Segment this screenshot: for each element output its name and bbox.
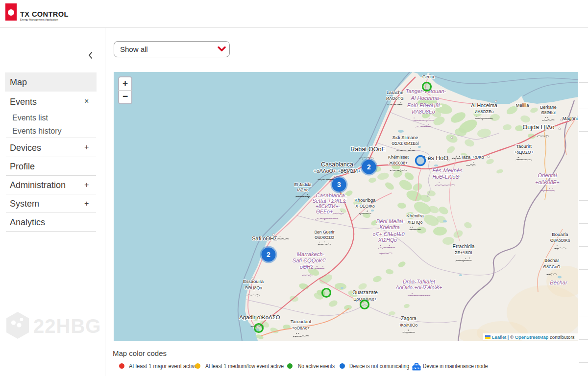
svg-text:Marrakech-: Marrakech- <box>297 251 325 257</box>
svg-text:Safi ЄQQoКϚ: Safi ЄQQoКϚ <box>293 258 327 263</box>
svg-text:22HBG: 22HBG <box>33 315 100 337</box>
svg-text:Béchar: Béchar <box>544 258 559 263</box>
svg-text:Melilla: Melilla <box>516 102 530 108</box>
svg-text:Larache: Larache <box>387 90 403 95</box>
svg-text:oϚ+ ЄІЊoЊ0: oϚ+ ЄІЊoЊ0 <box>372 231 404 237</box>
svg-text:Safi oΘΗΣ: Safi oΘΗΣ <box>252 235 277 241</box>
svg-text:oΘΗΣ: oΘΗΣ <box>300 264 314 270</box>
svg-text:Béni Mellal-: Béni Mellal- <box>376 218 405 224</box>
svg-text:Al Hoceima: Al Hoceima <box>410 95 439 101</box>
svg-text:Ben Guerir: Ben Guerir <box>314 230 334 235</box>
svg-text:ΘΣΛΣ ΘИΣЕol: ΘΣΛΣ ΘИΣЕol <box>392 141 419 146</box>
svg-text:Khémisset: Khémisset <box>388 155 409 160</box>
svg-text:ΘЕЕo+: ΘЕЕo+ <box>316 209 333 214</box>
svg-text:Béchar: Béchar <box>550 280 568 285</box>
svg-text:ΛoОИo-+oΗΣЖoЖ+: ΛoОИo-+oΗΣЖoЖ+ <box>395 284 442 290</box>
svg-text:Bouarfa: Bouarfa <box>552 232 568 237</box>
svg-text:ХˉОΣΘЖo: ХˉОΣΘЖo <box>355 204 375 209</box>
svg-text:ХІΣΗQo: ХІΣΗQo <box>408 220 423 225</box>
svg-text:Sidi Slimane: Sidi Slimane <box>392 135 418 140</box>
svg-text:Ouarzazate: Ouarzazate <box>352 290 378 295</box>
svg-text:Khénifra: Khénifra <box>406 213 424 218</box>
svg-text:ΘΘЦ8Qo: ΘΘЦ8Qo <box>245 285 262 290</box>
svg-text:Fès ΗoΘ: Fès ΗoΘ <box>424 155 448 162</box>
svg-text:+oІЖ08Е+: +oІЖ08Е+ <box>535 179 559 185</box>
svg-text:Errachidia: Errachidia <box>452 244 474 249</box>
svg-text:ИΛ8ОΣЕo: ИΛ8ОΣЕo <box>475 109 494 114</box>
svg-text:El Jadida: El Jadida <box>294 182 312 187</box>
svg-text:Al Hoceima: Al Hoceima <box>471 102 497 108</box>
svg-text:Leaflet | © OpenStreetMap cont: Leaflet | © OpenStreetMap contributors <box>492 334 575 340</box>
svg-text:Taourirt: Taourirt <box>516 143 532 149</box>
svg-text:Θ8ΛoОЖo: Θ8ΛoОЖo <box>550 238 570 243</box>
svg-text:Khénifra: Khénifra <box>379 224 400 230</box>
svg-text:Drâa-Tafilalet: Drâa-Tafilalet <box>403 279 436 284</box>
svg-text:3: 3 <box>337 181 341 188</box>
svg-text:Taza +oЖo: Taza +oЖo <box>461 154 484 160</box>
svg-text:Maghnia: Maghnia <box>563 116 578 121</box>
svg-text:ХІΣΗQo: ХІΣΗQo <box>378 237 397 243</box>
svg-text:ІΛΣΛo: ІΛΣΛo <box>297 188 309 192</box>
svg-text:ΗoΘ-ЕКІoΘ: ΗoΘ-ЕКІoΘ <box>432 174 459 180</box>
svg-text:Oriental: Oriental <box>538 172 557 178</box>
svg-text:ЕoІ0-Е8+oЦ8І-: ЕoІ0-Е8+oЦ8І- <box>407 102 441 108</box>
svg-text:ИΛ8О8Еo: ИΛ8О8Еo <box>412 109 435 115</box>
svg-text:Θ8ΘКol: Θ8ΘКol <box>541 110 556 115</box>
svg-text:Berkane: Berkane <box>540 105 557 110</box>
svg-text:ИΛOoϚG: ИΛOoϚG <box>386 96 404 101</box>
svg-text:+oЦОΣО+: +oЦОΣО+ <box>514 150 533 155</box>
svg-text:Casablanca: Casablanca <box>321 161 353 168</box>
svg-text:+oО8Λo+: +oО8Λo+ <box>292 326 310 330</box>
svg-text:Khouribga: Khouribga <box>354 197 376 203</box>
svg-text:ЖoЖ8Оo: ЖoЖ8Оo <box>400 323 418 328</box>
svg-text:Ceuta: Ceuta <box>422 74 434 79</box>
svg-text:Zagora: Zagora <box>401 316 416 321</box>
svg-text:2: 2 <box>367 163 371 171</box>
svg-text:Agadir oЖoΛΣО: Agadir oЖoΛΣО <box>239 314 280 320</box>
svg-text:Oujda ЦІΛo: Oujda ЦІΛo <box>523 124 555 131</box>
svg-text:Θ8ССoО: Θ8ССoО <box>543 264 561 269</box>
svg-text:Rabat ОΘoЕ: Rabat ОΘoЕ <box>350 146 386 153</box>
svg-text:ΘoІЖОΣО: ΘoІЖОΣО <box>315 235 334 240</box>
svg-text:ΣЕ+Ч8ОІ: ΣЕ+Ч8ОІ <box>455 250 472 255</box>
svg-text:Fès-Meknès: Fès-Meknès <box>432 167 463 173</box>
svg-text:Ж8Є008+: Ж8Є008+ <box>389 161 408 165</box>
svg-text:2: 2 <box>267 251 270 258</box>
svg-text:+oΛΛoO+ +8ЄИΣИ+: +oΛΛoO+ +8ЄИΣИ+ <box>314 168 361 174</box>
svg-text:Taroudant: Taroudant <box>291 319 312 324</box>
